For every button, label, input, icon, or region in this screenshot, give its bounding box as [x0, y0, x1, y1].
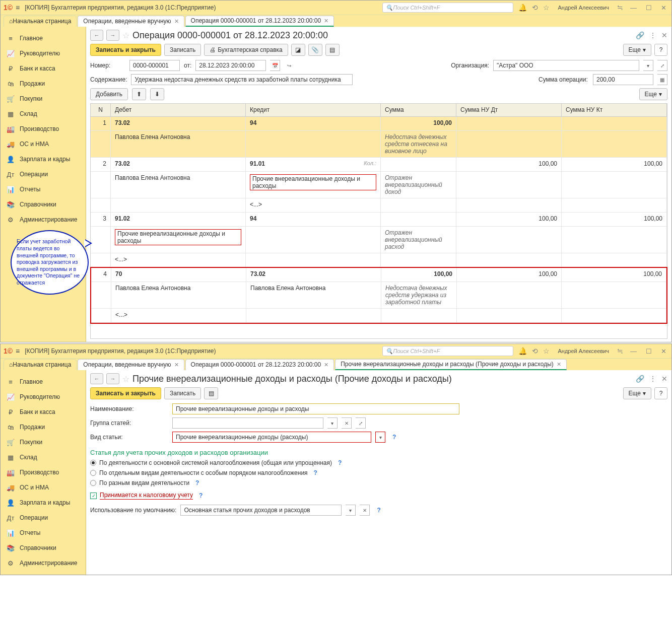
table-row[interactable]: <...> [91, 198, 667, 213]
sidebar-item-purchases[interactable]: 🛒Покупки [1, 91, 86, 106]
calc-icon[interactable]: ▦ [657, 74, 667, 85]
sidebar-item-warehouse[interactable]: ▦Склад [1, 450, 86, 465]
sidebar-item-main[interactable]: ≡Главное [1, 374, 86, 389]
sidebar-item-assets[interactable]: 🚚ОС и НМА [1, 480, 86, 495]
sidebar-item-production[interactable]: 🏭Производство [1, 121, 86, 136]
radio-various[interactable]: По разным видам деятельности? [90, 479, 667, 486]
menu-icon[interactable]: ≡ [16, 4, 20, 12]
bell-icon[interactable]: 🔔 [518, 347, 527, 355]
minimize-button[interactable]: — [628, 347, 639, 355]
filter-icon[interactable]: ≒ [617, 347, 623, 355]
tab-home[interactable]: ⌂ Начальная страница [4, 16, 77, 27]
icon-button-1[interactable]: ◪ [291, 44, 305, 56]
tab-operations[interactable]: Операции, введенные вручную✕ [78, 16, 184, 27]
content-input[interactable]: Удержана недостача денежных средств из з… [131, 74, 353, 85]
favorite-icon[interactable]: ☆ [122, 31, 129, 40]
tab-operations[interactable]: Операции, введенные вручную✕ [78, 359, 184, 370]
table-row[interactable]: Прочие внереализационные доходы и расход… [91, 227, 667, 253]
table-row[interactable]: Павлова Елена Антоновна Недостача денежн… [91, 131, 667, 158]
close-pane-icon[interactable]: ✕ [661, 31, 667, 39]
tab-close-icon[interactable]: ✕ [174, 362, 179, 368]
back-button[interactable]: ← [90, 30, 103, 41]
help-icon[interactable]: ? [392, 434, 396, 441]
move-down-button[interactable]: ⬇ [150, 88, 164, 100]
kebab-icon[interactable]: ⋮ [649, 375, 656, 383]
maximize-button[interactable]: ☐ [644, 347, 654, 355]
sidebar-item-assets[interactable]: 🚚ОС и НМА [1, 136, 86, 152]
sidebar-item-admin[interactable]: ⚙Администрирование [1, 555, 86, 571]
help-icon[interactable]: ? [377, 507, 380, 514]
default-use-input[interactable]: Основная статья прочих доходов и расходо… [180, 505, 342, 516]
sidebar-item-operations[interactable]: ДтОперации [1, 167, 86, 182]
save-close-button[interactable]: Записать и закрыть [90, 387, 161, 399]
radio-special-tax[interactable]: По отдельным видам деятельности с особым… [90, 469, 667, 476]
sidebar-item-admin[interactable]: ⚙Администрирование [1, 212, 86, 227]
sidebar-item-production[interactable]: 🏭Производство [1, 465, 86, 480]
sidebar-item-catalogs[interactable]: 📚Справочники [1, 540, 86, 555]
close-button[interactable]: ✕ [659, 4, 668, 12]
tab-operation[interactable]: Операция 0000-000001 от 28.12.2023 20:00… [185, 359, 334, 370]
open-icon[interactable]: ⤢ [356, 417, 366, 429]
dropdown-icon[interactable]: ▾ [375, 432, 385, 443]
search-input[interactable]: 🔍 Поиск Ctrl+Shift+F [382, 3, 513, 13]
sidebar-item-bank[interactable]: ₽Банк и касса [1, 404, 86, 420]
add-button[interactable]: Добавить [90, 88, 128, 100]
history-icon[interactable]: ⟲ [532, 4, 538, 12]
table-row[interactable]: Павлова Елена Антоновна Павлова Елена Ан… [91, 282, 666, 309]
more-button[interactable]: Еще ▾ [623, 387, 651, 399]
history-icon[interactable]: ⟲ [532, 347, 538, 355]
link-icon[interactable]: 🔗 [636, 375, 644, 383]
forward-button[interactable]: → [106, 30, 119, 41]
back-button[interactable]: ← [90, 373, 103, 384]
help-icon[interactable]: ? [195, 479, 199, 486]
sidebar-item-manager[interactable]: 📈Руководителю [1, 389, 86, 404]
sidebar-item-purchases[interactable]: 🛒Покупки [1, 435, 86, 450]
table-row[interactable]: <...> [91, 253, 667, 267]
star-icon[interactable]: ☆ [543, 347, 550, 355]
table-row[interactable]: 4 70 73.02 100,00 100,00 100,00 [91, 268, 666, 282]
sidebar-item-reports[interactable]: 📊Отчеты [1, 525, 86, 540]
tab-operation-active[interactable]: Операция 0000-000001 от 28.12.2023 20:00… [185, 16, 334, 27]
move-up-button[interactable]: ⬆ [132, 88, 146, 100]
maximize-button[interactable]: ☐ [644, 4, 654, 12]
sidebar-item-main[interactable]: ≡Главное [1, 31, 86, 46]
table-row[interactable]: 1 73.02 94 100,00 [91, 117, 667, 131]
table-more-button[interactable]: Еще ▾ [639, 88, 667, 100]
sidebar-item-operations[interactable]: ДтОперации [1, 510, 86, 525]
bell-icon[interactable]: 🔔 [518, 4, 527, 12]
dropdown-icon[interactable]: ▾ [643, 60, 653, 71]
tab-close-icon[interactable]: ✕ [324, 18, 328, 24]
tab-close-icon[interactable]: ✕ [557, 361, 561, 368]
tab-close-icon[interactable]: ✕ [324, 362, 328, 368]
sidebar-item-manager[interactable]: 📈Руководителю [1, 46, 86, 61]
table-row[interactable]: <...> [91, 309, 666, 323]
close-button[interactable]: ✕ [659, 347, 668, 355]
minimize-button[interactable]: — [628, 4, 639, 12]
tab-income-expense[interactable]: Прочие внереализационные доходы и расход… [335, 359, 567, 370]
forward-button[interactable]: → [106, 373, 119, 384]
number-input[interactable]: 0000-000001 [129, 60, 180, 71]
tab-home[interactable]: ⌂ Начальная страница [4, 359, 77, 370]
menu-icon[interactable]: ≡ [16, 347, 20, 355]
help-icon[interactable]: ? [199, 492, 203, 499]
list-button[interactable]: ▤ [204, 387, 218, 399]
sidebar-item-catalogs[interactable]: 📚Справочники [1, 197, 86, 212]
close-pane-icon[interactable]: ✕ [661, 375, 667, 383]
sidebar-item-bank[interactable]: ₽Банк и касса [1, 61, 86, 76]
sidebar-item-reports[interactable]: 📊Отчеты [1, 182, 86, 197]
sidebar-item-sales[interactable]: 🛍Продажи [1, 76, 86, 91]
favorite-icon[interactable]: ☆ [122, 374, 129, 384]
type-input[interactable]: Прочие внереализационные доходы (расходы… [172, 432, 371, 443]
clear-icon[interactable]: ✕ [342, 417, 352, 429]
sidebar-item-sales[interactable]: 🛍Продажи [1, 420, 86, 435]
radio-main-tax[interactable]: По деятельности с основной системой нало… [90, 459, 667, 466]
more-button[interactable]: Еще ▾ [623, 44, 651, 56]
calendar-icon[interactable]: 📅 [270, 60, 280, 71]
help-button[interactable]: ? [654, 44, 667, 56]
save-close-button[interactable]: Записать и закрыть [90, 44, 161, 56]
help-icon[interactable]: ? [314, 469, 317, 476]
tab-close-icon[interactable]: ✕ [174, 18, 179, 25]
write-button[interactable]: Записать [164, 387, 201, 399]
help-icon[interactable]: ? [338, 459, 342, 466]
date-input[interactable]: 28.12.2023 20:00:00 [195, 60, 266, 71]
